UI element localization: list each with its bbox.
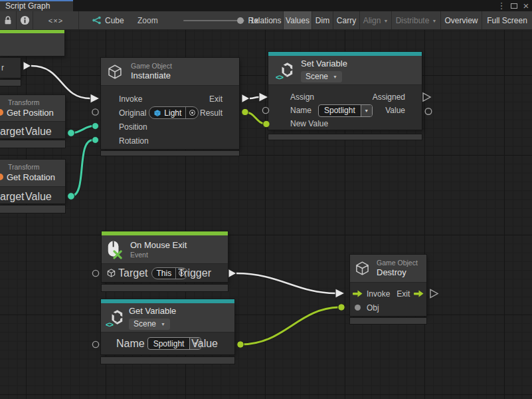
- transform-icon: [0, 109, 3, 116]
- original-object-name: Light: [164, 108, 181, 118]
- dim-label: Dim: [315, 16, 329, 25]
- overview-button[interactable]: Overview: [441, 11, 482, 29]
- graph-reference[interactable]: Cube: [92, 11, 124, 29]
- node-get-variable[interactable]: <> Get Variable Scene ▼ Name Spotlight ▼…: [101, 299, 234, 364]
- node-footer: [0, 205, 65, 213]
- full-screen-label: Full Screen: [487, 16, 527, 25]
- node-title: Get Variable: [129, 306, 176, 317]
- zoom-slider[interactable]: [183, 20, 244, 21]
- value-port-label: Value: [25, 126, 52, 138]
- variable-name-value: Spotlight: [148, 338, 190, 349]
- value-port-label: Value: [25, 191, 52, 203]
- distribute-button[interactable]: Distribute▼: [392, 11, 441, 29]
- game-object-cube-icon: [106, 268, 116, 278]
- carry-label: Carry: [337, 16, 356, 25]
- distribute-label: Distribute: [396, 16, 430, 25]
- node-header: [0, 33, 64, 56]
- node-set-variable[interactable]: <> Set Variable Scene ▼ Assign Assigned …: [268, 52, 422, 140]
- lock-button[interactable]: [0, 11, 17, 29]
- align-button[interactable]: Align▼: [360, 11, 392, 29]
- object-picker-icon[interactable]: [185, 107, 198, 118]
- node-on-mouse-exit[interactable]: On Mouse Exit Event Target This Trigger: [102, 231, 228, 291]
- original-port-label: Original: [119, 108, 146, 118]
- toolbar-toggle-group: Relations Values Dim Carry Align▼ Distri…: [246, 11, 532, 29]
- tab-script-graph[interactable]: Script Graph: [0, 0, 73, 11]
- node-title: Get Position: [7, 108, 54, 118]
- window-maximize-icon[interactable]: [509, 0, 519, 11]
- object-dot-icon: [355, 305, 361, 311]
- scope-value: Scene: [133, 319, 156, 329]
- target-port-label: arget: [0, 126, 24, 138]
- overview-label: Overview: [444, 16, 478, 25]
- full-screen-button[interactable]: Full Screen: [482, 11, 532, 29]
- chevron-down-icon: ▼: [333, 74, 337, 79]
- name-port-label: Name: [116, 338, 145, 350]
- node-clipped-trigger[interactable]: r: [0, 58, 21, 86]
- info-icon: [20, 15, 30, 25]
- carry-button[interactable]: Carry: [333, 11, 360, 29]
- unity-variable-icon: <>: [106, 309, 125, 327]
- target-port-label: Target: [118, 267, 147, 279]
- node-footer: [101, 151, 239, 156]
- target-port-label: arget: [0, 191, 24, 203]
- node-category: Game Object: [377, 259, 418, 267]
- original-object-field[interactable]: Light: [149, 106, 199, 119]
- values-label: Values: [286, 16, 310, 25]
- result-port-label: Result: [200, 108, 222, 118]
- node-get-rotation[interactable]: Transform Get Rotation arget Value: [0, 160, 65, 213]
- chevron-down-icon: ▼: [432, 19, 436, 23]
- node-category: Game Object: [131, 62, 172, 70]
- code-icon: <×>: [48, 17, 63, 25]
- graph-name-label: Cube: [105, 16, 124, 25]
- node-category: Transform: [8, 98, 39, 107]
- game-object-cube-icon: [354, 260, 371, 277]
- node-get-position[interactable]: Transform Get Position arget Value: [0, 95, 65, 148]
- variable-name-dropdown[interactable]: Spotlight ▼: [318, 104, 373, 117]
- align-label: Align: [363, 16, 381, 25]
- script-graph-window: Script Graph ⋮ × <×>: [0, 0, 532, 399]
- node-destroy[interactable]: Game Object Destroy Invoke Exit: [350, 255, 426, 324]
- node-title: Set Variable: [301, 59, 347, 69]
- zoom-label: Zoom: [137, 16, 158, 25]
- rotation-port-label: Rotation: [119, 136, 149, 146]
- node-instantiate[interactable]: Game Object Instantiate Invoke Exit Orig…: [101, 58, 239, 156]
- node-footer: [0, 80, 21, 86]
- dim-button[interactable]: Dim: [312, 11, 333, 29]
- game-object-cube-icon: [106, 63, 124, 80]
- chevron-down-icon[interactable]: ▼: [361, 105, 372, 116]
- node-subtitle: Event: [130, 251, 187, 259]
- value-port-label: Value: [191, 338, 218, 350]
- variable-brackets-icon: <>: [276, 73, 283, 81]
- window-close-icon[interactable]: ×: [521, 0, 531, 11]
- node-footer: [101, 357, 234, 364]
- node-clipped-event[interactable]: [0, 29, 64, 56]
- zoom-slider-handle[interactable]: [237, 17, 244, 24]
- graph-icon: [92, 16, 102, 25]
- node-title: On Mouse Exit: [130, 240, 187, 251]
- target-object-name: This: [156, 269, 171, 278]
- node-category: Transform: [8, 163, 39, 172]
- graph-canvas[interactable]: [0, 30, 532, 399]
- edit-source-button[interactable]: <×>: [33, 11, 79, 29]
- lock-icon: [3, 15, 13, 25]
- chevron-down-icon: ▼: [383, 19, 388, 23]
- window-tab-bar: Script Graph ⋮ ×: [0, 0, 532, 11]
- zoom-control: Zoom 1x: [137, 11, 258, 29]
- values-button[interactable]: Values: [284, 11, 312, 29]
- window-menu-icon[interactable]: ⋮: [496, 0, 507, 11]
- obj-port-label: Obj: [367, 303, 379, 313]
- invoke-port-label: Invoke: [119, 94, 142, 104]
- transform-icon: [0, 174, 3, 180]
- relations-button[interactable]: Relations: [246, 11, 284, 29]
- variable-scope-dropdown[interactable]: Scene ▼: [301, 71, 342, 82]
- node-title: Destroy: [377, 267, 418, 278]
- node-footer: [268, 134, 422, 140]
- relations-label: Relations: [248, 16, 281, 25]
- chevron-down-icon: ▼: [161, 322, 165, 327]
- info-button[interactable]: [17, 11, 33, 29]
- node-footer: [350, 318, 426, 324]
- flow-arrow-icon: [414, 290, 424, 297]
- mouse-exit-icon: [106, 240, 122, 259]
- variable-scope-dropdown[interactable]: Scene ▼: [129, 319, 170, 330]
- flow-arrow-icon: [353, 290, 363, 297]
